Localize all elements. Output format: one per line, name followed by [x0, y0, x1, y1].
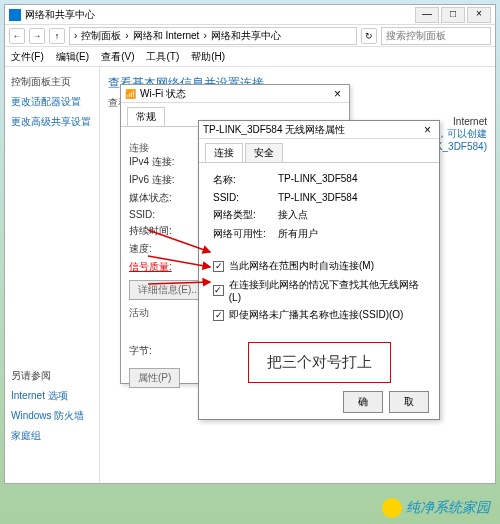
check-icon: ✓ [213, 310, 224, 321]
checkbox-auto-connect[interactable]: ✓当此网络在范围内时自动连接(M) [213, 259, 425, 273]
nettype-value: 接入点 [278, 208, 308, 222]
chk2-label: 在连接到此网络的情况下查找其他无线网络(L) [229, 278, 425, 303]
ok-button[interactable]: 确 [343, 391, 383, 413]
sidebar-adapter-settings[interactable]: 更改适配器设置 [11, 95, 93, 109]
breadcrumb[interactable]: › 控制面板 › 网络和 Internet › 网络和共享中心 [69, 27, 357, 45]
wifi-icon: 📶 [125, 89, 136, 99]
bytes-label: 字节: [129, 344, 194, 358]
breadcrumb-control-panel[interactable]: 控制面板 [81, 29, 121, 43]
search-input[interactable] [381, 27, 491, 45]
menu-view[interactable]: 查看(V) [101, 50, 134, 64]
status-title-text: Wi-Fi 状态 [140, 87, 186, 101]
duration-label: 持续时间: [129, 224, 194, 238]
avail-label: 网络可用性: [213, 227, 278, 241]
sidebar-internet-options[interactable]: Internet 选项 [11, 389, 93, 403]
nav-toolbar: ← → ↑ › 控制面板 › 网络和 Internet › 网络和共享中心 ↻ [5, 25, 495, 47]
status-titlebar: 📶 Wi-Fi 状态 × [121, 85, 349, 103]
internet-label: Internet [453, 116, 487, 127]
ipv4-label: IPv4 连接: [129, 155, 194, 169]
titlebar: 网络和共享中心 — □ × [5, 5, 495, 25]
ipv6-label: IPv6 连接: [129, 173, 194, 187]
refresh-button[interactable]: ↻ [361, 28, 377, 44]
checkbox-connect-hidden-ssid[interactable]: ✓即使网络未广播其名称也连接(SSID)(O) [213, 308, 425, 322]
menubar: 文件(F) 编辑(E) 查看(V) 工具(T) 帮助(H) [5, 47, 495, 67]
sidebar: 控制面板主页 更改适配器设置 更改高级共享设置 另请参阅 Internet 选项… [5, 67, 100, 483]
props-close-button[interactable]: × [420, 123, 435, 137]
status-close-button[interactable]: × [330, 87, 345, 101]
breadcrumb-network-center[interactable]: 网络和共享中心 [211, 29, 281, 43]
chevron-right-icon: › [203, 30, 206, 41]
cancel-button[interactable]: 取 [389, 391, 429, 413]
menu-file[interactable]: 文件(F) [11, 50, 44, 64]
avail-value: 所有用户 [278, 227, 318, 241]
see-also-heading: 另请参阅 [11, 369, 93, 383]
check-icon: ✓ [213, 261, 224, 272]
name-value: TP-LINK_3DF584 [278, 173, 357, 187]
maximize-button[interactable]: □ [441, 7, 465, 23]
sidebar-homegroup[interactable]: 家庭组 [11, 429, 93, 443]
details-button[interactable]: 详细信息(E)... [129, 280, 209, 300]
menu-edit[interactable]: 编辑(E) [56, 50, 89, 64]
watermark-icon [382, 498, 402, 518]
checkbox-find-other-networks[interactable]: ✓在连接到此网络的情况下查找其他无线网络(L) [213, 278, 425, 303]
wireless-properties-dialog: TP-LINK_3DF584 无线网络属性 × 连接 安全 名称:TP-LINK… [198, 120, 440, 420]
sidebar-home[interactable]: 控制面板主页 [11, 75, 93, 89]
window-controls: — □ × [415, 7, 491, 23]
speed-label: 速度: [129, 242, 194, 256]
app-icon [9, 9, 21, 21]
ssid-value: TP-LINK_3DF584 [278, 192, 357, 203]
back-button[interactable]: ← [9, 28, 25, 44]
props-titlebar: TP-LINK_3DF584 无线网络属性 × [199, 121, 439, 139]
tab-general[interactable]: 常规 [127, 107, 165, 126]
properties-button[interactable]: 属性(P) [129, 368, 180, 388]
ssid-label-p: SSID: [213, 192, 278, 203]
tab-security[interactable]: 安全 [245, 143, 283, 162]
props-tabbar: 连接 安全 [199, 139, 439, 163]
sidebar-advanced-sharing[interactable]: 更改高级共享设置 [11, 115, 93, 129]
props-title-text: TP-LINK_3DF584 无线网络属性 [203, 123, 345, 137]
tab-connection[interactable]: 连接 [205, 143, 243, 162]
minimize-button[interactable]: — [415, 7, 439, 23]
forward-button[interactable]: → [29, 28, 45, 44]
sidebar-windows-firewall[interactable]: Windows 防火墙 [11, 409, 93, 423]
props-footer: 确 取 [343, 391, 429, 413]
chevron-right-icon: › [125, 30, 128, 41]
breadcrumb-network-internet[interactable]: 网络和 Internet [133, 29, 200, 43]
ssid-label: SSID: [129, 209, 194, 220]
check-icon: ✓ [213, 285, 224, 296]
window-title: 网络和共享中心 [25, 8, 415, 22]
menu-help[interactable]: 帮助(H) [191, 50, 225, 64]
watermark-text: 纯净系统家园 [406, 499, 490, 517]
annotation-callout: 把三个对号打上 [248, 342, 391, 383]
up-button[interactable]: ↑ [49, 28, 65, 44]
can-create-link[interactable]: ，可以创建 [437, 128, 487, 139]
name-label: 名称: [213, 173, 278, 187]
menu-tools[interactable]: 工具(T) [146, 50, 179, 64]
media-label: 媒体状态: [129, 191, 194, 205]
chk3-label: 即使网络未广播其名称也连接(SSID)(O) [229, 308, 403, 322]
chevron-right-icon: › [74, 30, 77, 41]
watermark: 纯净系统家园 [382, 498, 490, 518]
nettype-label: 网络类型: [213, 208, 278, 222]
close-button[interactable]: × [467, 7, 491, 23]
props-body: 名称:TP-LINK_3DF584 SSID:TP-LINK_3DF584 网络… [199, 163, 439, 393]
chk1-label: 当此网络在范围内时自动连接(M) [229, 259, 374, 273]
